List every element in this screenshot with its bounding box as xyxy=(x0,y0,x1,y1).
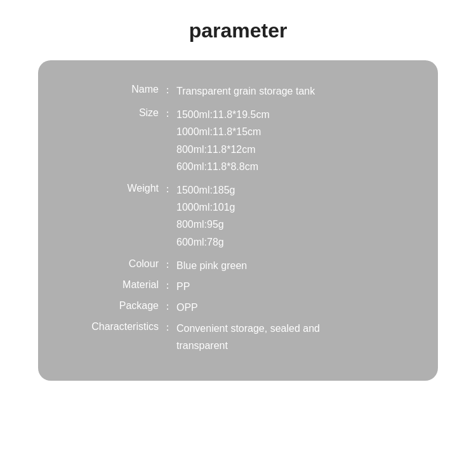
param-value-line: 600ml:11.8*8.8cm xyxy=(176,158,270,175)
param-value-line: 1000ml:101g xyxy=(176,199,235,216)
param-value-line: 1500ml:11.8*19.5cm xyxy=(176,106,270,123)
param-separator: ： xyxy=(162,257,173,272)
param-value-line: OPP xyxy=(176,299,198,316)
param-row: Material：PP xyxy=(70,278,406,295)
param-row: Colour：Blue pink green xyxy=(70,257,406,274)
param-row: Size：1500ml:11.8*19.5cm1000ml:11.8*15cm8… xyxy=(70,106,406,175)
param-value-line: 600ml:78g xyxy=(176,234,235,251)
param-value-line: Blue pink green xyxy=(176,257,247,274)
param-value-block: Transparent grain storage tank xyxy=(176,82,315,100)
param-value-block: Blue pink green xyxy=(176,257,247,274)
param-separator: ： xyxy=(162,278,173,293)
param-value-block: Convenient storage, sealed andtransparen… xyxy=(176,320,320,354)
param-label: Colour xyxy=(70,257,159,270)
param-row: Characteristics：Convenient storage, seal… xyxy=(70,320,406,354)
param-label: Name xyxy=(70,82,159,95)
param-value-line: Transparent grain storage tank xyxy=(176,82,315,100)
param-row: Name：Transparent grain storage tank xyxy=(70,82,406,100)
param-value-line: transparent xyxy=(176,337,320,354)
param-label: Size xyxy=(70,106,159,119)
param-separator: ： xyxy=(162,82,173,97)
param-value-block: OPP xyxy=(176,299,198,316)
param-separator: ： xyxy=(162,320,173,334)
parameter-card: Name：Transparent grain storage tankSize：… xyxy=(38,60,438,381)
param-label: Material xyxy=(70,278,159,291)
param-value-line: 1000ml:11.8*15cm xyxy=(176,123,270,140)
param-value-block: 1500ml:11.8*19.5cm1000ml:11.8*15cm800ml:… xyxy=(176,106,270,175)
param-value-line: Convenient storage, sealed and xyxy=(176,320,320,337)
param-row: Package：OPP xyxy=(70,299,406,316)
param-value-block: 1500ml:185g1000ml:101g800ml:95g600ml:78g xyxy=(176,181,235,251)
param-label: Weight xyxy=(70,181,159,194)
param-separator: ： xyxy=(162,106,173,121)
param-label: Package xyxy=(70,299,159,312)
param-value-line: 800ml:95g xyxy=(176,216,235,233)
param-value-line: 1500ml:185g xyxy=(176,181,235,199)
param-separator: ： xyxy=(162,181,173,196)
param-value-line: 800ml:11.8*12cm xyxy=(176,141,270,158)
param-value-block: PP xyxy=(176,278,190,295)
param-separator: ： xyxy=(162,299,173,313)
param-value-line: PP xyxy=(176,278,190,295)
param-row: Weight：1500ml:185g1000ml:101g800ml:95g60… xyxy=(70,181,406,251)
param-label: Characteristics xyxy=(70,320,159,332)
page-title: parameter xyxy=(189,19,288,43)
